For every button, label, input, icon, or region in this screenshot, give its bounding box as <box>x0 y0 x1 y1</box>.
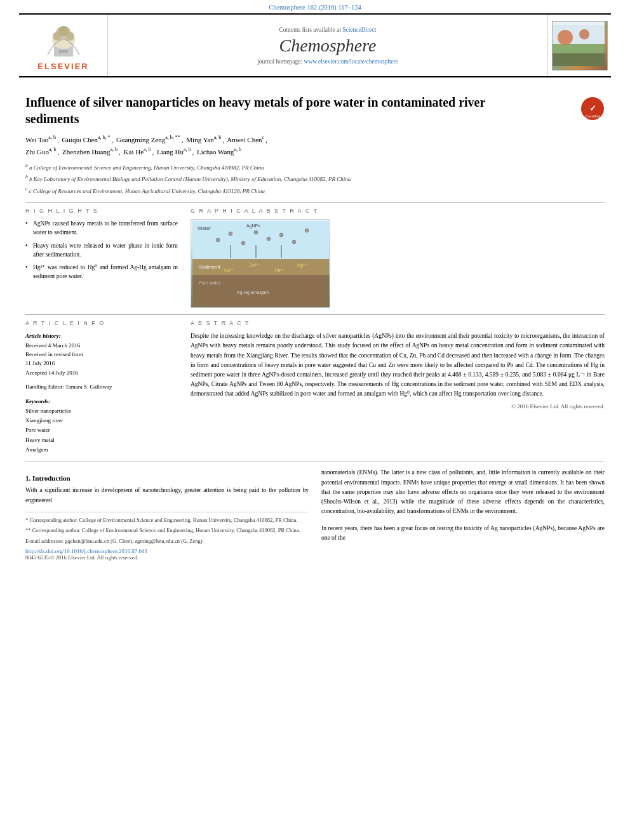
footnote-section: * Corresponding author. College of Envir… <box>25 512 309 546</box>
affil-c: c c College of Resources and Environment… <box>25 185 605 196</box>
svg-text:Hg²⁺: Hg²⁺ <box>297 263 307 268</box>
svg-text:CrossMark: CrossMark <box>585 114 601 118</box>
svg-rect-12 <box>553 22 605 25</box>
svg-point-24 <box>267 237 271 241</box>
affil-a: a a College of Environmental Science and… <box>25 162 605 173</box>
journal-header: ELSEVIER Contents lists available at Sci… <box>19 15 611 77</box>
crossmark-icon: ✓ CrossMark <box>580 97 605 121</box>
elsevier-logo-section: ELSEVIER <box>19 15 108 76</box>
sciencedirect-line: Contents lists available at ScienceDirec… <box>279 27 376 33</box>
keywords-block: Keywords: Silver nanoparticles Xiangjian… <box>25 397 178 455</box>
article-info-abstract-section: A R T I C L E I N F O Article history: R… <box>25 314 605 455</box>
abstract-text: Despite the increasing knowledge on the … <box>191 331 605 399</box>
intro-paragraph-1: With a significant increase in developme… <box>25 486 309 505</box>
top-citation-bar: Chemosphere 162 (2016) 117–124 <box>0 0 630 13</box>
svg-rect-6 <box>59 50 68 53</box>
author-zhi-guo: Zhi Guo <box>25 148 49 156</box>
main-right-col: nanomaterials (ENMs). The latter is a ne… <box>321 468 605 561</box>
elsevier-tree-icon <box>35 20 92 59</box>
footnote-email-line: E-mail addresses: gqchen@hnu.edu.cn (G. … <box>25 537 309 546</box>
graphical-abstract-image: Water AgNPs Sed <box>191 219 330 308</box>
keywords-label: Keywords: <box>25 397 178 406</box>
highlight-item-2: Heavy metals were released to water phas… <box>25 241 178 260</box>
footnote-dstar-line: ** Corresponding author. College of Envi… <box>25 526 309 535</box>
author-guiqiu-chen: Guiqiu Chen <box>62 136 98 143</box>
copyright-line: © 2016 Elsevier Ltd. All rights reserved… <box>191 403 605 410</box>
contents-label: Contents lists available at <box>279 27 340 33</box>
highlights-heading: H I G H L I G H T S <box>25 208 178 214</box>
svg-point-23 <box>254 230 258 234</box>
svg-point-21 <box>229 232 232 236</box>
revised-label: Received in revised form <box>25 350 178 359</box>
title-section: ✓ CrossMark Influence of silver nanopart… <box>25 94 605 127</box>
journal-homepage-link[interactable]: www.elsevier.com/locate/chemosphere <box>304 58 398 65</box>
accepted-date: Accepted 14 July 2016 <box>25 368 178 377</box>
journal-thumbnail-section: Chemosphere <box>547 15 611 76</box>
intro-paragraph-3: In recent years, there has been a great … <box>321 524 605 543</box>
author-liang-hu: Liang Hu <box>157 148 184 156</box>
author-lichao-wang: Lichao Wang <box>197 148 234 156</box>
keyword-5: Amalgam <box>25 445 178 455</box>
highlights-col: H I G H L I G H T S AgNPs caused heavy m… <box>25 208 178 308</box>
highlight-item-1: AgNPs caused heavy metals to be transfer… <box>25 219 178 237</box>
crossmark-badge: ✓ CrossMark <box>580 97 605 122</box>
journal-title-section: Contents lists available at ScienceDirec… <box>108 15 547 76</box>
journal-citation: Chemosphere 162 (2016) 117–124 <box>269 4 361 11</box>
article-body: ✓ CrossMark Influence of silver nanopart… <box>0 77 630 580</box>
article-history-title: Article history: <box>25 331 178 340</box>
keyword-1: Silver nanoparticles <box>25 406 178 416</box>
revised-date: 11 July 2016 <box>25 359 178 368</box>
svg-point-20 <box>216 238 220 242</box>
abstract-col: A B S T R A C T Despite the increasing k… <box>191 320 605 455</box>
svg-text:Zn²⁺: Zn²⁺ <box>250 263 259 267</box>
handling-editor-text: Handling Editor: Tamara S. Galloway <box>25 382 178 391</box>
journal-name-display: Chemosphere <box>279 36 377 56</box>
sciencedirect-link[interactable]: ScienceDirect <box>342 27 376 33</box>
svg-point-27 <box>305 229 309 232</box>
graphical-abstract-svg: Water AgNPs Sed <box>192 221 329 307</box>
authors-line: Wei Taoa, b, Guiqiu Chena, b, *, Guangmi… <box>25 133 605 158</box>
main-content-section: 1. Introduction With a significant incre… <box>25 468 605 561</box>
elsevier-logo: ELSEVIER <box>35 20 92 71</box>
intro-heading: 1. Introduction <box>25 474 309 482</box>
keyword-2: Xiangjiang river <box>25 416 178 425</box>
author-guangming-zeng: Guangming Zeng <box>116 136 165 143</box>
doi-line[interactable]: http://dx.doi.org/10.1016/j.chemosphere.… <box>25 548 309 554</box>
graphical-abstract-col: G R A P H I C A L A B S T R A C T Water <box>191 208 605 308</box>
svg-point-11 <box>579 29 589 39</box>
abstract-heading: A B S T R A C T <box>191 320 605 326</box>
handling-editor-block: Handling Editor: Tamara S. Galloway <box>25 382 178 391</box>
author-wei-tao: Wei Tao <box>25 136 48 143</box>
keyword-4: Heavy metal <box>25 436 178 445</box>
svg-point-25 <box>279 233 283 237</box>
author-ming-yan: Ming Yan <box>186 136 213 143</box>
intro-paragraph-2: nanomaterials (ENMs). The latter is a ne… <box>321 468 605 516</box>
keyword-3: Pore water <box>25 425 178 435</box>
svg-point-22 <box>241 241 245 245</box>
svg-text:Pore water: Pore water <box>199 281 221 285</box>
svg-text:AgNPs: AgNPs <box>246 223 260 229</box>
journal-homepage-line: journal homepage: www.elsevier.com/locat… <box>257 58 398 65</box>
svg-point-10 <box>558 30 573 45</box>
author-kai-he: Kai He <box>124 148 144 156</box>
homepage-label: journal homepage: <box>257 58 302 65</box>
highlights-list: AgNPs caused heavy metals to be transfer… <box>25 219 178 281</box>
article-info-heading: A R T I C L E I N F O <box>25 320 178 326</box>
highlight-item-3: Hg²⁺ was reduced to Hg⁰ and formed Ag-Hg… <box>25 263 178 281</box>
affiliations-block: a a College of Environmental Science and… <box>25 162 605 196</box>
highlights-graphical-section: H I G H L I G H T S AgNPs caused heavy m… <box>25 202 605 308</box>
svg-rect-9 <box>553 53 605 66</box>
svg-text:✓: ✓ <box>589 103 596 113</box>
author-zhenzhen-huang: Zhenzhen Huang <box>62 148 110 156</box>
article-title: Influence of silver nanoparticles on hea… <box>25 94 521 127</box>
main-left-col: 1. Introduction With a significant incre… <box>25 468 309 561</box>
svg-text:Water: Water <box>198 225 211 231</box>
author-anwei-chen: Anwei Chen <box>227 136 262 143</box>
svg-point-26 <box>292 240 296 244</box>
section-divider <box>25 461 605 462</box>
svg-text:Cu²⁺: Cu²⁺ <box>224 268 234 272</box>
svg-point-5 <box>58 26 69 36</box>
doi-text: http://dx.doi.org/10.1016/j.chemosphere.… <box>25 548 147 554</box>
svg-text:Ag-Hg amalgam: Ag-Hg amalgam <box>237 290 269 295</box>
cover-artwork <box>553 22 605 66</box>
